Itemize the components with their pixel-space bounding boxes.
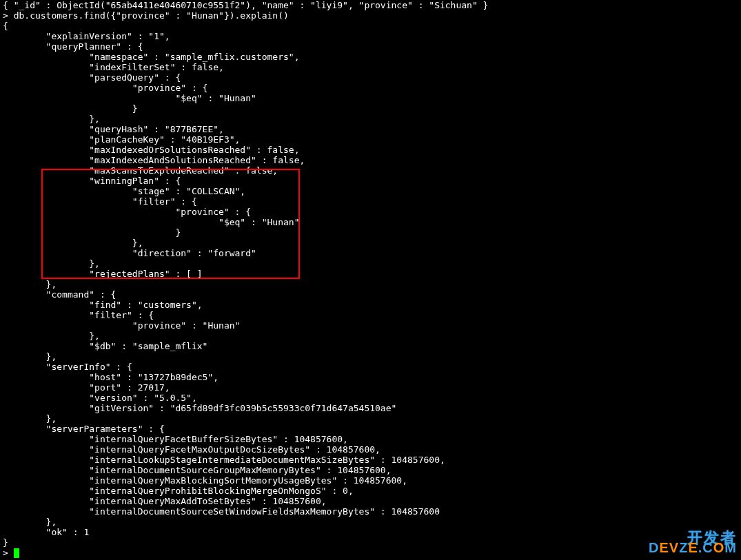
code-line: "command" : { [3,289,738,300]
code-line: }, [3,517,738,527]
code-line: "explainVersion" : "1", [3,31,738,41]
code-line: "queryHash" : "877B67EE", [3,124,738,134]
code-line: "find" : "customers", [3,300,738,310]
code-line: }, [3,114,738,124]
prompt-line[interactable]: > db.customers.find({"province" : "Hunan… [3,10,738,21]
code-line: "parsedQuery" : { [3,72,738,83]
code-line: "filter" : { [3,310,738,320]
code-line: } [3,227,738,238]
code-line: }, [3,351,738,362]
code-line: "maxIndexedAndSolutionsReached" : false, [3,155,738,165]
code-line: "internalQueryMaxBlockingSortMemoryUsage… [3,475,738,486]
code-line: "province" : { [3,83,738,93]
code-line: "internalQueryProhibitBlockingMergeOnMon… [3,486,738,496]
code-line: "internalQueryFacetBufferSizeBytes" : 10… [3,434,738,444]
code-line: "province" : { [3,207,738,217]
code-line: "internalLookupStageIntermediateDocument… [3,455,738,465]
code-line: "winningPlan" : { [3,176,738,186]
code-line: } [3,103,738,114]
code-line: } [3,537,738,548]
code-line: "filter" : { [3,196,738,207]
code-line: "serverParameters" : { [3,424,738,434]
code-line: "stage" : "COLLSCAN", [3,186,738,196]
code-line: }, [3,238,738,248]
code-line: "internalDocumentSourceSetWindowFieldsMa… [3,506,738,517]
code-line: }, [3,258,738,269]
code-line: "$eq" : "Hunan" [3,93,738,103]
code-line: { [3,21,738,31]
code-line: "ok" : 1 [3,527,738,537]
prompt-text: > [3,548,14,558]
code-line: "indexFilterSet" : false, [3,62,738,72]
cursor-icon [14,548,19,558]
code-line: "version" : "5.0.5", [3,393,738,403]
code-line: "queryPlanner" : { [3,41,738,52]
code-line: "maxIndexedOrSolutionsReached" : false, [3,145,738,155]
code-line: }, [3,279,738,289]
code-line: "maxScansToExplodeReached" : false, [3,165,738,176]
code-line: "namespace" : "sample_mflix.customers", [3,52,738,62]
code-line: "province" : "Hunan" [3,320,738,331]
code-line: "host" : "13727b89dec5", [3,372,738,382]
code-line: "direction" : "forward" [3,248,738,258]
code-line: "serverInfo" : { [3,362,738,372]
code-line: }, [3,413,738,424]
code-line: "$db" : "sample_mflix" [3,341,738,351]
code-line: "port" : 27017, [3,382,738,393]
code-line: "internalQueryFacetMaxOutputDocSizeBytes… [3,444,738,455]
prompt-line[interactable]: > [3,548,738,558]
code-line: }, [3,331,738,341]
code-line: "rejectedPlans" : [ ] [3,269,738,279]
terminal-output: { "_id" : ObjectId("65ab4411e40460710c95… [0,0,741,558]
code-line: "internalDocumentSourceGroupMaxMemoryByt… [3,465,738,475]
code-line: "planCacheKey" : "40B19EF3", [3,134,738,145]
code-line: "internalQueryMaxAddToSetBytes" : 104857… [3,496,738,506]
code-line: "gitVersion" : "d65fd89df3fc039b5c55933c… [3,403,738,413]
code-line: { "_id" : ObjectId("65ab4411e40460710c95… [3,0,738,10]
code-line: "$eq" : "Hunan" [3,217,738,227]
